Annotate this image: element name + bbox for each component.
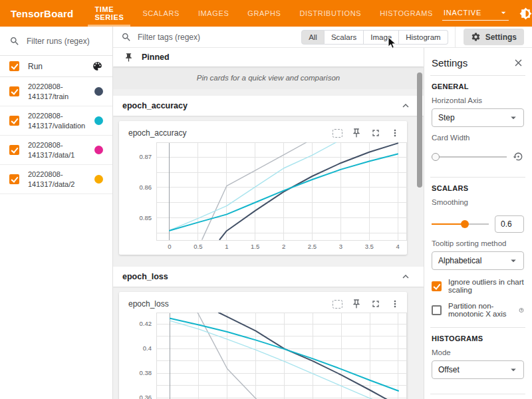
- settings-section-histograms: HISTOGRAMS Mode Offset: [430, 328, 525, 394]
- selected-value: Alphabetical: [438, 256, 481, 265]
- checkbox-label: Ignore outliers in chart scaling: [448, 278, 524, 294]
- filter-image-button[interactable]: Image: [364, 30, 399, 45]
- partition-x-axis-row: Partition non-monotonic X axis: [432, 302, 524, 318]
- fullscreen-icon[interactable]: [370, 128, 381, 138]
- run-checkbox[interactable]: [9, 86, 19, 96]
- card-actions: [332, 128, 400, 138]
- section-heading: GENERAL: [432, 82, 524, 90]
- run-row-data-1[interactable]: 20220808-141317/data/1: [0, 136, 112, 165]
- selected-value: Offset: [438, 365, 460, 374]
- tab-distributions[interactable]: DISTRIBUTIONS: [290, 0, 370, 27]
- tab-images[interactable]: IMAGES: [189, 0, 238, 27]
- dashed-box-icon[interactable]: [332, 300, 342, 309]
- run-filter-row: [0, 27, 112, 56]
- nav-tabs: TIME SERIES SCALARS IMAGES GRAPHS DISTRI…: [85, 0, 442, 27]
- settings-panel: Settings GENERAL Horizontal Axis Step Ca…: [424, 48, 532, 399]
- section-header-epoch-accuracy[interactable]: epoch_accuracy: [113, 96, 424, 116]
- svg-text:2.5: 2.5: [308, 243, 317, 250]
- pin-icon: [124, 53, 134, 63]
- run-row-data-2[interactable]: 20220808-141317/data/2: [0, 165, 112, 194]
- dashed-box-icon[interactable]: [332, 129, 342, 138]
- filter-histogram-button[interactable]: Histogram: [399, 30, 448, 45]
- run-checkbox[interactable]: [9, 116, 19, 126]
- palette-icon[interactable]: [92, 61, 103, 72]
- status-value: INACTIVE: [444, 9, 481, 17]
- tag-filter-row: [121, 32, 301, 43]
- tab-histograms[interactable]: HISTOGRAMS: [370, 0, 442, 27]
- run-checkbox[interactable]: [9, 145, 19, 155]
- section-header-epoch-loss[interactable]: epoch_loss: [113, 267, 424, 287]
- theme-toggle-icon[interactable]: [519, 7, 532, 20]
- dropdown-caret-icon: [498, 7, 509, 18]
- reset-icon[interactable]: [513, 151, 524, 162]
- reload-status-dropdown[interactable]: INACTIVE: [442, 6, 509, 21]
- collapse-chevron-icon[interactable]: [400, 100, 412, 112]
- ignore-outliers-row: Ignore outliers in chart scaling: [432, 278, 524, 294]
- slider-thumb[interactable]: [432, 153, 440, 161]
- app-logo: TensorBoard: [0, 0, 85, 27]
- fullscreen-icon[interactable]: [370, 299, 381, 309]
- svg-text:3: 3: [339, 243, 342, 250]
- filter-all-button[interactable]: All: [301, 30, 325, 45]
- settings-panel-header: Settings: [430, 56, 525, 76]
- card-width-slider[interactable]: [432, 153, 507, 161]
- partition-x-axis-checkbox[interactable]: [432, 305, 442, 315]
- tag-filter-input[interactable]: [138, 33, 301, 42]
- pinned-empty-message: Pin cards for a quick view and compariso…: [197, 74, 340, 82]
- vertical-scrollbar[interactable]: [417, 72, 422, 188]
- epoch-accuracy-chart[interactable]: 0.870.860.8500.511.522.533.54: [119, 142, 407, 252]
- selected-value: Step: [438, 113, 455, 122]
- horizontal-axis-select[interactable]: Step: [432, 108, 524, 127]
- tab-label: IMAGES: [198, 9, 229, 17]
- histogram-mode-select[interactable]: Offset: [432, 360, 524, 379]
- tag-toolbar: All Scalars Image Histogram Settings: [113, 27, 532, 48]
- more-menu-icon[interactable]: [390, 299, 400, 309]
- collapse-chevron-icon[interactable]: [400, 271, 412, 283]
- runs-sidebar: Run 20220808-141317/train 20220808-14131…: [0, 27, 113, 399]
- svg-text:4: 4: [396, 243, 399, 250]
- lower-region: Pinned Pin cards for a quick view and co…: [113, 48, 532, 399]
- run-name: 20220808-141317/validation: [28, 111, 94, 130]
- search-icon: [121, 32, 132, 43]
- run-name: 20220808-141317/train: [28, 82, 94, 101]
- app-header: TensorBoard TIME SERIES SCALARS IMAGES G…: [0, 0, 532, 27]
- pin-icon[interactable]: [351, 299, 362, 309]
- select-all-runs-checkbox[interactable]: [9, 61, 19, 71]
- smoothing-value-input[interactable]: [495, 215, 524, 233]
- run-color-dot: [94, 116, 103, 125]
- close-icon[interactable]: [513, 57, 524, 68]
- pin-icon[interactable]: [351, 128, 362, 138]
- smoothing-slider[interactable]: [432, 220, 489, 228]
- run-checkbox[interactable]: [9, 174, 19, 184]
- run-row-validation[interactable]: 20220808-141317/validation: [0, 106, 112, 136]
- tab-time-series[interactable]: TIME SERIES: [85, 0, 133, 27]
- run-name: 20220808-141317/data/2: [28, 170, 94, 189]
- epoch-loss-chart[interactable]: 0.420.40.380.36: [119, 313, 407, 399]
- pinned-title: Pinned: [142, 53, 170, 62]
- settings-button-label: Settings: [485, 33, 517, 42]
- tab-graphs[interactable]: GRAPHS: [238, 0, 290, 27]
- settings-section-general: GENERAL Horizontal Axis Step Card Width: [430, 76, 525, 178]
- pinned-section-header: Pinned: [113, 48, 424, 66]
- run-color-dot: [94, 175, 103, 184]
- chevron-down-icon: [507, 364, 519, 376]
- ignore-outliers-checkbox[interactable]: [432, 281, 442, 291]
- scalar-card-epoch-loss: epoch_loss 0.420.40.380.36: [119, 292, 407, 399]
- more-menu-icon[interactable]: [390, 128, 400, 138]
- svg-text:0.36: 0.36: [140, 394, 152, 399]
- tab-scalars[interactable]: SCALARS: [133, 0, 189, 27]
- tab-label: TIME SERIES: [94, 5, 124, 21]
- section-heading: HISTOGRAMS: [432, 334, 524, 342]
- settings-button[interactable]: Settings: [464, 29, 524, 45]
- run-filter-input[interactable]: [27, 37, 103, 46]
- tab-label: HISTOGRAMS: [380, 9, 433, 17]
- svg-text:1.5: 1.5: [251, 243, 259, 250]
- help-icon[interactable]: [519, 306, 524, 315]
- filter-scalars-button[interactable]: Scalars: [325, 30, 364, 45]
- run-row-train[interactable]: 20220808-141317/train: [0, 77, 112, 106]
- chevron-down-icon: [507, 112, 519, 124]
- tooltip-sorting-select[interactable]: Alphabetical: [432, 251, 524, 270]
- slider-thumb[interactable]: [461, 220, 469, 228]
- scalar-card-epoch-accuracy: epoch_accuracy 0.870.860.8500.511.522.53…: [119, 121, 407, 255]
- smoothing-row: [432, 215, 524, 233]
